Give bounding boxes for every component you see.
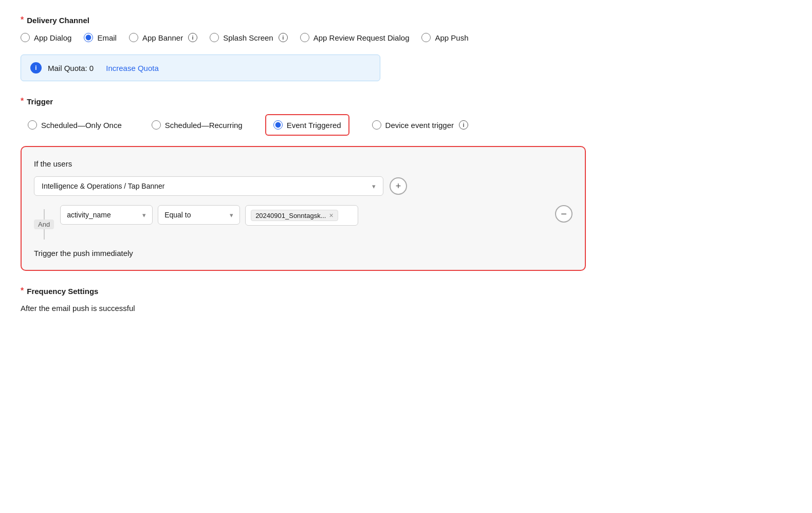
trigger-immediately-text: Trigger the push immediately [34,249,573,258]
and-condition-row: And activity_name ▾ Equal to ▾ 20240901_… [34,205,573,240]
event-main-dropdown-chevron: ▾ [372,182,376,190]
radio-app-push[interactable]: App Push [421,33,468,42]
remove-condition-button[interactable]: − [555,205,573,223]
radio-scheduled-recurring[interactable]: Scheduled—Recurring [144,115,250,135]
condition-value-tag: 20240901_Sonntagsk... × [251,210,338,221]
radio-email[interactable]: Email [84,33,117,42]
radio-input-device-event[interactable] [372,120,381,130]
radio-input-splash-screen[interactable] [210,33,219,42]
condition-dropdowns: activity_name ▾ Equal to ▾ 20240901_Sonn… [60,205,549,226]
radio-app-review[interactable]: App Review Request Dialog [300,33,410,42]
splash-screen-info-icon[interactable]: i [279,33,288,42]
quota-banner: i Mail Quota: 0 Increase Quota [21,54,380,81]
event-main-dropdown-value: Intelligence & Operations / Tap Banner [42,182,164,190]
increase-quota-link[interactable]: Increase Quota [106,64,159,72]
quota-info-icon: i [30,62,42,74]
and-label-wrap: And [34,205,54,240]
plus-icon: + [396,181,401,192]
radio-app-dialog[interactable]: App Dialog [21,33,71,42]
and-line-top [44,209,45,219]
radio-app-banner[interactable]: App Banner i [129,33,197,42]
radio-input-app-dialog[interactable] [21,33,30,42]
delivery-channel-radio-group: App Dialog Email App Banner i Splash Scr… [21,33,791,42]
condition-field-value: activity_name [67,211,111,219]
condition-operator-value: Equal to [164,211,191,219]
add-condition-button[interactable]: + [390,177,407,195]
delivery-channel-section: * Delivery Channel App Dialog Email App … [21,15,791,42]
radio-scheduled-once[interactable]: Scheduled—Only Once [21,115,129,135]
condition-value-field[interactable]: 20240901_Sonntagsk... × [245,205,358,226]
trigger-label: * Trigger [21,97,791,106]
radio-device-event[interactable]: Device event trigger i [365,115,475,135]
trigger-radio-group: Scheduled—Only Once Scheduled—Recurring … [21,114,791,136]
required-star: * [21,15,24,25]
condition-field-dropdown[interactable]: activity_name ▾ [60,205,153,225]
delivery-channel-label: * Delivery Channel [21,15,791,25]
radio-input-scheduled-recurring[interactable] [152,120,161,130]
radio-input-app-review[interactable] [300,33,309,42]
condition-field-chevron: ▾ [142,211,146,219]
app-banner-info-icon[interactable]: i [188,33,197,42]
frequency-sub-text: After the email push is successful [21,304,791,313]
and-label: And [34,219,54,229]
if-users-label: If the users [34,159,573,168]
condition-operator-chevron: ▾ [230,211,233,219]
frequency-settings-section: * Frequency Settings After the email pus… [21,286,791,313]
condition-value-text: 20240901_Sonntagsk... [255,212,326,219]
frequency-required-star: * [21,286,24,296]
device-event-info-icon[interactable]: i [459,120,468,130]
trigger-required-star: * [21,97,24,106]
frequency-settings-label: * Frequency Settings [21,286,791,296]
main-dropdown-row: Intelligence & Operations / Tap Banner ▾… [34,176,573,196]
radio-event-triggered[interactable]: Event Triggered [265,114,349,136]
radio-input-email[interactable] [84,33,93,42]
and-line-bottom [44,229,45,240]
event-triggered-box: If the users Intelligence & Operations /… [21,146,586,271]
condition-value-remove-button[interactable]: × [329,211,333,219]
radio-input-scheduled-once[interactable] [28,120,37,130]
radio-input-event-triggered[interactable] [273,120,283,130]
radio-input-app-push[interactable] [421,33,431,42]
trigger-section: * Trigger Scheduled—Only Once Scheduled—… [21,97,791,136]
event-main-dropdown[interactable]: Intelligence & Operations / Tap Banner ▾ [34,176,383,196]
condition-operator-dropdown[interactable]: Equal to ▾ [158,205,240,225]
radio-splash-screen[interactable]: Splash Screen i [210,33,288,42]
radio-input-app-banner[interactable] [129,33,138,42]
minus-icon: − [561,208,567,220]
quota-text: Mail Quota: 0 [48,64,94,72]
